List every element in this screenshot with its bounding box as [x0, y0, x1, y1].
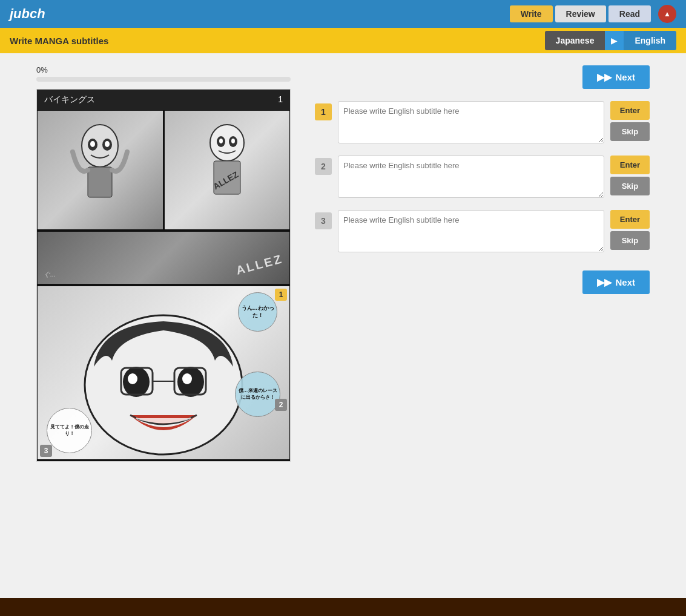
subtitle-number-2: 2 [315, 158, 332, 175]
subtitle-group-2: 2 Enter Skip [315, 156, 650, 198]
manga-panel: 0% バイキングス 1 [36, 65, 291, 562]
subtitle-actions-3: Enter Skip [610, 210, 650, 250]
skip-button-1[interactable]: Skip [610, 122, 650, 141]
manga-panel-2: ALLEZ [164, 110, 291, 230]
manga-row-1: ALLEZ [37, 110, 290, 231]
manga-page-number: 1 [278, 94, 283, 105]
subtitle-actions-2: Enter Skip [610, 156, 650, 195]
skip-button-3[interactable]: Skip [610, 231, 650, 250]
write-button[interactable]: Write [510, 5, 553, 22]
next-button-bottom-container: ▶▶ Next [315, 270, 650, 294]
subtitle-group-3: 3 Enter Skip [315, 210, 650, 252]
panel-badge-3: 3 [40, 445, 52, 457]
review-button[interactable]: Review [555, 5, 606, 22]
manga-panel-4: 1 2 3 [37, 286, 290, 460]
enter-button-2[interactable]: Enter [610, 156, 650, 174]
page-title: Write MANGA subtitles [10, 36, 108, 46]
skip-button-2[interactable]: Skip [610, 177, 650, 195]
main-character [64, 288, 263, 457]
svg-point-4 [105, 141, 110, 147]
speech-bubble-2: 僕…来週のレースに出るからさ！ [235, 372, 280, 417]
manga-image: ALLEZ ぐ... ALLEZ 1 [37, 110, 290, 461]
panel-badge-2: 2 [275, 399, 287, 411]
character-figure-2: ALLEZ [197, 122, 257, 218]
svg-point-16 [128, 373, 137, 384]
svg-point-17 [182, 373, 192, 384]
speech-bubble-1: うん…わかった！ [238, 292, 277, 332]
enter-button-3[interactable]: Enter [610, 210, 650, 229]
manga-panel-3: ぐ... ALLEZ [37, 231, 290, 284]
manga-row-3: 1 2 3 [37, 286, 290, 461]
next-label-top: Next [615, 72, 635, 82]
svg-point-10 [231, 139, 235, 143]
subtitle-number-3: 3 [315, 212, 332, 229]
svg-point-3 [90, 141, 95, 147]
svg-point-13 [85, 315, 242, 454]
next-button-top[interactable]: ▶▶ Next [582, 65, 650, 89]
logo: jubch [10, 6, 45, 22]
subtitle-textarea-3[interactable] [338, 210, 604, 252]
next-button-bottom[interactable]: ▶▶ Next [582, 270, 650, 294]
svg-rect-5 [88, 167, 112, 197]
panel-badge-1: 1 [275, 289, 287, 301]
progress-bar-container: 0% [36, 65, 291, 82]
subtitle-panel: ▶▶ Next 1 Enter Skip 2 Enter Skip [315, 65, 650, 562]
manga-row-2: ぐ... ALLEZ [37, 231, 290, 286]
main-content: 0% バイキングス 1 [0, 53, 686, 574]
subtitle-actions-1: Enter Skip [610, 101, 650, 141]
subtitle-group-1: 1 Enter Skip [315, 101, 650, 143]
next-icon: ▶▶ [597, 71, 612, 83]
progress-unit: % [41, 65, 48, 74]
subtitle-textarea-2[interactable] [338, 156, 604, 198]
next-label-bottom: Next [615, 277, 635, 287]
manga-container: バイキングス 1 [36, 89, 291, 462]
manga-title-bar: バイキングス 1 [37, 90, 290, 110]
manga-title: バイキングス [44, 94, 95, 105]
lang-english-button[interactable]: English [624, 31, 676, 50]
subheader: Write MANGA subtitles Japanese ▶ English [0, 28, 686, 53]
svg-point-0 [82, 125, 118, 167]
subtitle-textarea-1[interactable] [338, 101, 604, 143]
svg-point-9 [219, 139, 223, 143]
progress-label: 0% [36, 65, 291, 74]
speech-bubble-3: 見ててよ！僕の走り！ [47, 408, 92, 453]
lang-japanese-button[interactable]: Japanese [545, 31, 605, 50]
header: jubch Write Review Read ▲ [0, 0, 686, 28]
lang-arrow-icon: ▶ [605, 31, 624, 50]
header-nav: Write Review Read ▲ [510, 5, 676, 23]
subtitle-number-1: 1 [315, 103, 332, 120]
next-bottom-icon: ▶▶ [597, 277, 612, 288]
footer: Term of Service / Privacy Policy / FAQ /… [0, 598, 686, 616]
avatar[interactable]: ▲ [658, 5, 676, 23]
character-figure-1 [70, 122, 130, 218]
read-button[interactable]: Read [608, 5, 651, 22]
next-button-top-container: ▶▶ Next [315, 65, 650, 89]
svg-point-6 [210, 125, 244, 161]
language-switcher: Japanese ▶ English [545, 31, 676, 50]
enter-button-1[interactable]: Enter [610, 101, 650, 120]
progress-track [36, 77, 291, 82]
manga-panel-1 [37, 110, 164, 230]
